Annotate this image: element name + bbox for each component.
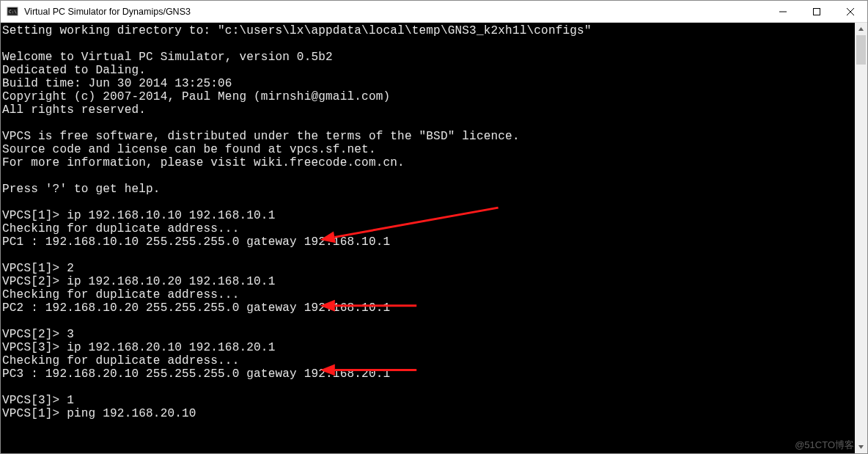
terminal-line: VPCS[2]> 3	[2, 328, 853, 341]
terminal-line	[2, 381, 853, 394]
scroll-up-button[interactable]	[855, 23, 867, 35]
terminal-line: PC1 : 192.168.10.10 255.255.255.0 gatewa…	[2, 235, 853, 249]
terminal-line: VPCS[1]> ping 192.168.20.10	[2, 407, 853, 420]
terminal-line: VPCS[1]> ip 192.168.10.10 192.168.10.1	[2, 209, 853, 222]
minimize-button[interactable]	[766, 1, 800, 22]
titlebar[interactable]: C:\ Virtual PC Simulator for Dynamips/GN…	[1, 1, 867, 23]
terminal-line: PC2 : 192.168.10.20 255.255.255.0 gatewa…	[2, 301, 853, 315]
terminal-line: VPCS[1]> 2	[2, 262, 853, 275]
terminal-line: All rights reserved.	[2, 103, 853, 117]
terminal-line: Welcome to Virtual PC Simulator, version…	[2, 51, 853, 64]
terminal-line	[2, 37, 853, 51]
terminal-line: VPCS is free software, distributed under…	[2, 130, 853, 143]
app-window: C:\ Virtual PC Simulator for Dynamips/GN…	[0, 0, 868, 454]
scroll-track[interactable]	[855, 35, 867, 441]
terminal-line: Checking for duplicate address...	[2, 288, 853, 301]
terminal-line: VPCS[2]> ip 192.168.10.20 192.168.10.1	[2, 275, 853, 288]
scroll-down-button[interactable]	[855, 441, 867, 453]
terminal-line	[2, 117, 853, 130]
terminal-line: PC3 : 192.168.20.10 255.255.255.0 gatewa…	[2, 367, 853, 381]
svg-rect-4	[814, 8, 820, 15]
terminal-line: For more information, please visit wiki.…	[2, 156, 853, 169]
window-title: Virtual PC Simulator for Dynamips/GNS3	[24, 7, 191, 17]
terminal-line: Checking for duplicate address...	[2, 354, 853, 367]
close-button[interactable]	[834, 1, 867, 22]
terminal-line	[2, 196, 853, 209]
vertical-scrollbar[interactable]	[855, 23, 867, 453]
terminal-line: Copyright (c) 2007-2014, Paul Meng (mirn…	[2, 90, 853, 103]
terminal-line	[2, 169, 853, 183]
terminal-line: Setting working directory to: "c:\users\…	[2, 24, 853, 37]
terminal-line: Build time: Jun 30 2014 13:25:06	[2, 77, 853, 90]
terminal-line: VPCS[3]> 1	[2, 394, 853, 407]
terminal-line: Checking for duplicate address...	[2, 222, 853, 235]
terminal-line: Dedicated to Daling.	[2, 64, 853, 77]
svg-marker-8	[858, 445, 864, 449]
terminal-line: VPCS[3]> ip 192.168.20.10 192.168.20.1	[2, 341, 853, 354]
client-area: Setting working directory to: "c:\users\…	[1, 23, 867, 453]
terminal-line	[2, 249, 853, 262]
scroll-thumb[interactable]	[856, 35, 866, 65]
window-controls	[766, 1, 867, 22]
maximize-button[interactable]	[800, 1, 834, 22]
app-icon: C:\	[7, 6, 18, 18]
terminal-line	[2, 315, 853, 328]
svg-text:C:\: C:\	[9, 9, 17, 14]
terminal-line: Press '?' to get help.	[2, 183, 853, 196]
terminal-output[interactable]: Setting working directory to: "c:\users\…	[1, 23, 855, 453]
terminal-line: Source code and license can be found at …	[2, 143, 853, 156]
watermark-text: @51CTO博客	[795, 439, 854, 452]
svg-marker-7	[858, 27, 864, 31]
